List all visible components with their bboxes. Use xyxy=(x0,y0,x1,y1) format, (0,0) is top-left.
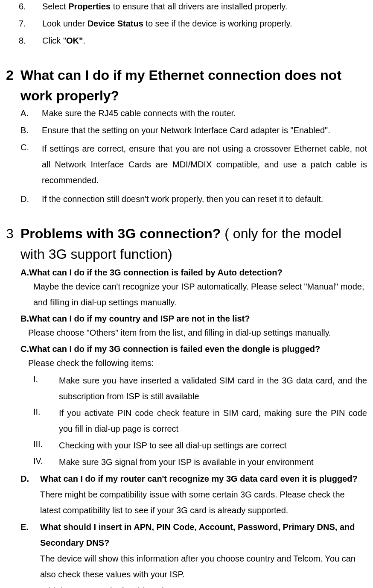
item-body: If the connection still doesn't work pro… xyxy=(42,193,367,205)
q-title-text: What can I do if the 3G connection is fa… xyxy=(29,268,283,277)
section-number: 3 xyxy=(6,223,20,244)
question-title: E. What should I insert in APN, PIN Code… xyxy=(20,519,367,551)
roman-body: Make sure you have inserted a validated … xyxy=(59,373,367,404)
question-b: B.What can I do if my country and ISP ar… xyxy=(6,312,367,341)
item-marker: 7. xyxy=(19,17,42,30)
question-a: A.What can I do if the 3G connection is … xyxy=(6,266,367,310)
item-marker: C. xyxy=(20,141,42,188)
bold-text: OK" xyxy=(66,36,83,45)
list-item: B. Ensure that the setting on your Netwo… xyxy=(6,124,367,137)
text: to see if the device is working properly… xyxy=(143,19,292,28)
roman-body: If you activate PIN code check feature i… xyxy=(59,405,367,437)
section-2-list: A. Make sure the RJ45 cable connects wit… xyxy=(6,107,367,205)
roman-body: Make sure 3G signal from your ISP is ava… xyxy=(59,454,367,470)
q-title-text: What can I do if my country and ISP are … xyxy=(29,314,250,323)
question-e: E. What should I insert in APN, PIN Code… xyxy=(6,519,367,582)
item-body: Make sure the RJ45 cable connects with t… xyxy=(42,107,367,120)
question-answer: There might be compatibility issue with … xyxy=(20,487,367,518)
section-title: Problems with 3G connection? ( only for … xyxy=(20,223,367,264)
item-marker: 8. xyxy=(19,34,42,47)
list-item: A. Make sure the RJ45 cable connects wit… xyxy=(6,107,367,120)
item-marker: 6. xyxy=(19,0,42,13)
list-item: C. If settings are correct, ensure that … xyxy=(6,141,367,188)
roman-list: I. Make sure you have inserted a validat… xyxy=(20,373,367,470)
list-item: 6. Select Properties to ensure that all … xyxy=(6,0,367,13)
question-f: F. Which 3G network should I select? It … xyxy=(6,583,367,588)
q-title-text: What should I insert in APN, PIN Code, A… xyxy=(40,519,367,551)
roman-item: II. If you activate PIN code check featu… xyxy=(33,405,367,437)
text: to ensure that all drivers are installed… xyxy=(111,2,287,11)
text: . xyxy=(83,36,85,45)
question-title: D. What can I do if my router can't reco… xyxy=(20,471,367,487)
text: Click " xyxy=(42,36,66,45)
roman-marker: IV. xyxy=(33,454,59,470)
item-body: Look under Device Status to see if the d… xyxy=(42,17,367,30)
q-marker: C. xyxy=(20,344,29,354)
text: Look under xyxy=(42,19,87,28)
text: Select xyxy=(42,2,68,11)
question-c: C.What can I do if my 3G connection is f… xyxy=(6,342,367,470)
q-marker: F. xyxy=(20,583,40,588)
question-answer: Please choose "Others" item from the lis… xyxy=(20,325,367,341)
roman-item: IV. Make sure 3G signal from your ISP is… xyxy=(33,454,367,470)
section-number: 2 xyxy=(6,65,20,85)
question-answer: Maybe the device can't recognize your IS… xyxy=(20,279,367,310)
list-item: 8. Click "OK". xyxy=(6,34,367,47)
section-3-heading: 3 Problems with 3G connection? ( only fo… xyxy=(6,223,367,264)
q-title-text: What can I do if my 3G connection is fai… xyxy=(29,344,320,354)
list-item: 7. Look under Device Status to see if th… xyxy=(6,17,367,30)
q-marker: B. xyxy=(20,314,29,323)
roman-body: Checking with your ISP to see all dial-u… xyxy=(59,438,367,453)
question-intro: Please check the following items: xyxy=(20,355,367,371)
item-marker: D. xyxy=(20,193,42,205)
q-marker: D. xyxy=(20,471,40,487)
question-answer: The device will show this information af… xyxy=(20,551,367,582)
bold-title: Problems with 3G connection? xyxy=(20,226,221,241)
bold-text: Properties xyxy=(68,2,111,11)
q-title-text: What can I do if my router can't recogni… xyxy=(40,471,367,487)
roman-marker: I. xyxy=(33,373,59,404)
item-body: If settings are correct, ensure that you… xyxy=(42,141,367,188)
roman-marker: II. xyxy=(33,405,59,437)
question-title: A.What can I do if the 3G connection is … xyxy=(20,266,367,279)
q-marker: E. xyxy=(20,519,40,551)
question-title: C.What can I do if my 3G connection is f… xyxy=(20,342,367,355)
list-item: D. If the connection still doesn't work … xyxy=(6,193,367,205)
bold-text: Device Status xyxy=(87,19,143,28)
top-numbered-list: 6. Select Properties to ensure that all … xyxy=(6,0,367,47)
roman-item: III. Checking with your ISP to see all d… xyxy=(33,438,367,453)
roman-marker: III. xyxy=(33,438,59,453)
section-2-heading: 2 What can I do if my Ethernet connectio… xyxy=(6,65,367,106)
item-marker: B. xyxy=(20,124,42,137)
item-marker: A. xyxy=(20,107,42,120)
q-title-text: Which 3G network should I select? xyxy=(40,583,367,588)
question-title: F. Which 3G network should I select? xyxy=(20,583,367,588)
section-title: What can I do if my Ethernet connection … xyxy=(20,65,367,106)
item-body: Select Properties to ensure that all dri… xyxy=(42,0,367,13)
question-d: D. What can I do if my router can't reco… xyxy=(6,471,367,518)
roman-item: I. Make sure you have inserted a validat… xyxy=(33,373,367,404)
item-body: Ensure that the setting on your Network … xyxy=(42,124,367,137)
item-body: Click "OK". xyxy=(42,34,367,47)
q-marker: A. xyxy=(20,268,29,277)
question-title: B.What can I do if my country and ISP ar… xyxy=(20,312,367,325)
